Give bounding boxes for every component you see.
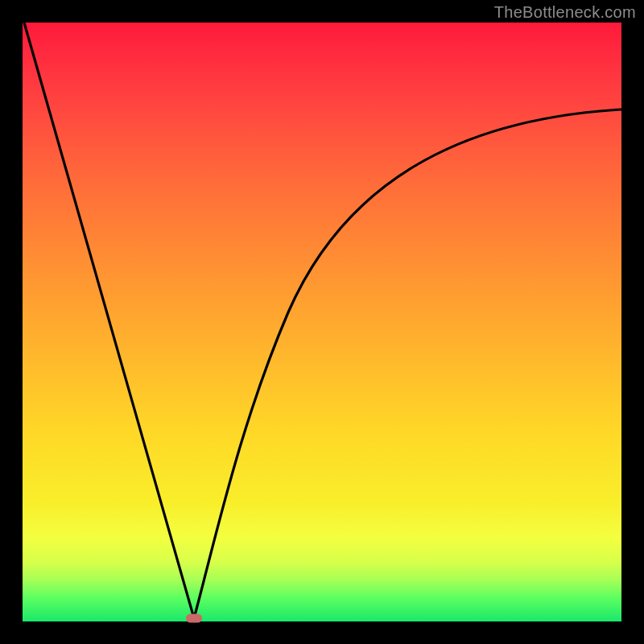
chart-frame: TheBottleneck.com	[0, 0, 644, 644]
curve-right-branch	[194, 109, 621, 618]
bottleneck-curve	[23, 23, 621, 621]
plot-area	[23, 23, 621, 621]
watermark-text: TheBottleneck.com	[494, 3, 636, 22]
curve-left-branch	[24, 23, 194, 618]
vertex-marker	[186, 614, 202, 623]
